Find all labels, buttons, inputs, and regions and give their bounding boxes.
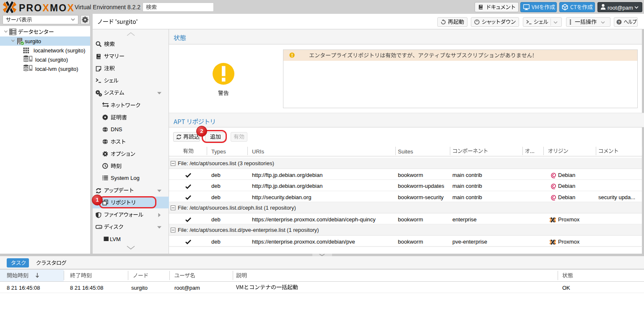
svg-text:?: ? <box>618 20 621 24</box>
